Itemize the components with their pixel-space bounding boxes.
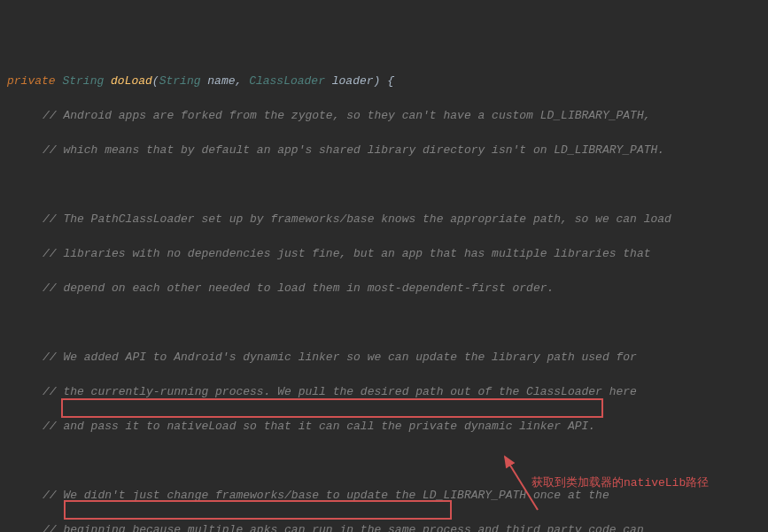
kw-private: private — [7, 74, 56, 88]
comment-line: // which means that by default an app's … — [0, 142, 768, 159]
blank-line — [0, 314, 768, 332]
comment-line: // depend on each other needed to load t… — [0, 280, 768, 297]
blank-line — [0, 452, 768, 470]
brace: { — [380, 74, 394, 88]
comment-line: // and pass it to nativeLoad so that it … — [0, 418, 768, 436]
method-name: doLoad — [111, 74, 152, 88]
blank-line — [0, 176, 768, 194]
paren-open: ( — [152, 74, 159, 88]
comment-line: // Android apps are forked from the zygo… — [0, 107, 768, 125]
p1-type: String — [159, 74, 201, 88]
comma: , — [236, 74, 250, 88]
p1-name: name — [207, 74, 235, 88]
comment-line: // We added API to Android's dynamic lin… — [0, 349, 768, 366]
comment-line: // beginning because multiple apks can r… — [0, 521, 768, 532]
comment-line: // libraries with no dependencies just f… — [0, 245, 768, 263]
comment-line: // the currently-running process. We pul… — [0, 383, 768, 401]
method-signature: private String doLoad(String name, Class… — [0, 73, 768, 90]
p2-type: ClassLoader — [249, 74, 325, 88]
highlight-box-1 — [61, 398, 603, 418]
p2-name: loader — [332, 74, 374, 88]
annotation-text: 获取到类加载器的nativeLib路径 — [531, 474, 709, 492]
return-type: String — [62, 74, 104, 88]
comment-line: // The PathClassLoader set up by framewo… — [0, 211, 768, 228]
